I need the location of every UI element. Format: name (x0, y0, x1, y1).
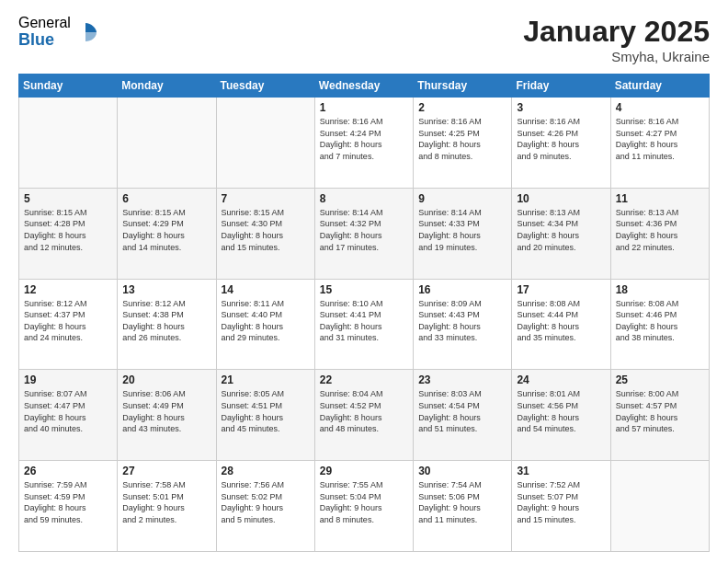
day-info: Sunrise: 8:05 AM Sunset: 4:51 PM Dayligh… (222, 388, 310, 434)
day-info: Sunrise: 8:15 AM Sunset: 4:30 PM Dayligh… (222, 207, 310, 253)
calendar-cell: 1Sunrise: 8:16 AM Sunset: 4:24 PM Daylig… (314, 98, 413, 189)
day-number: 21 (222, 373, 310, 386)
header-monday: Monday (118, 75, 216, 98)
day-number: 19 (24, 373, 112, 386)
logo-text: General Blue (18, 15, 71, 49)
day-info: Sunrise: 8:10 AM Sunset: 4:41 PM Dayligh… (320, 298, 408, 344)
calendar-cell: 4Sunrise: 8:16 AM Sunset: 4:27 PM Daylig… (610, 98, 709, 189)
calendar-cell: 13Sunrise: 8:12 AM Sunset: 4:38 PM Dayli… (118, 279, 216, 370)
calendar: Sunday Monday Tuesday Wednesday Thursday… (18, 74, 710, 552)
day-info: Sunrise: 8:14 AM Sunset: 4:32 PM Dayligh… (320, 207, 408, 253)
header-thursday: Thursday (414, 75, 512, 98)
calendar-cell: 25Sunrise: 8:00 AM Sunset: 4:57 PM Dayli… (610, 370, 709, 461)
day-info: Sunrise: 8:07 AM Sunset: 4:47 PM Dayligh… (24, 388, 112, 434)
header-wednesday: Wednesday (314, 75, 413, 98)
day-info: Sunrise: 8:08 AM Sunset: 4:46 PM Dayligh… (616, 298, 704, 344)
calendar-cell: 9Sunrise: 8:14 AM Sunset: 4:33 PM Daylig… (414, 188, 512, 279)
calendar-cell: 20Sunrise: 8:06 AM Sunset: 4:49 PM Dayli… (118, 370, 216, 461)
day-info: Sunrise: 8:06 AM Sunset: 4:49 PM Dayligh… (122, 388, 210, 434)
day-number: 31 (517, 465, 605, 477)
day-info: Sunrise: 8:16 AM Sunset: 4:27 PM Dayligh… (616, 116, 704, 162)
calendar-cell: 22Sunrise: 8:04 AM Sunset: 4:52 PM Dayli… (314, 370, 413, 461)
calendar-cell (19, 98, 118, 189)
day-number: 17 (517, 283, 605, 296)
day-number: 2 (418, 101, 506, 114)
day-number: 8 (320, 192, 408, 205)
day-number: 28 (222, 465, 310, 477)
header-sunday: Sunday (19, 75, 118, 98)
day-info: Sunrise: 8:13 AM Sunset: 4:34 PM Dayligh… (517, 207, 605, 253)
day-info: Sunrise: 8:15 AM Sunset: 4:29 PM Dayligh… (122, 207, 210, 253)
calendar-cell: 16Sunrise: 8:09 AM Sunset: 4:43 PM Dayli… (414, 279, 512, 370)
month-title: January 2025 (523, 15, 710, 49)
day-info: Sunrise: 8:16 AM Sunset: 4:24 PM Dayligh… (320, 116, 408, 162)
day-number: 20 (122, 373, 210, 386)
day-number: 14 (222, 283, 310, 296)
calendar-cell (610, 461, 709, 552)
day-info: Sunrise: 8:11 AM Sunset: 4:40 PM Dayligh… (222, 298, 310, 344)
day-number: 4 (616, 101, 704, 114)
day-info: Sunrise: 7:59 AM Sunset: 4:59 PM Dayligh… (24, 479, 112, 525)
day-number: 1 (320, 101, 408, 114)
calendar-cell (118, 98, 216, 189)
calendar-cell: 24Sunrise: 8:01 AM Sunset: 4:56 PM Dayli… (512, 370, 610, 461)
day-number: 10 (517, 192, 605, 205)
calendar-cell: 18Sunrise: 8:08 AM Sunset: 4:46 PM Dayli… (610, 279, 709, 370)
day-info: Sunrise: 8:01 AM Sunset: 4:56 PM Dayligh… (517, 388, 605, 434)
calendar-cell: 12Sunrise: 8:12 AM Sunset: 4:37 PM Dayli… (19, 279, 118, 370)
day-number: 7 (222, 192, 310, 205)
week-row-4: 26Sunrise: 7:59 AM Sunset: 4:59 PM Dayli… (19, 461, 710, 552)
calendar-cell: 2Sunrise: 8:16 AM Sunset: 4:25 PM Daylig… (414, 98, 512, 189)
title-block: January 2025 Smyha, Ukraine (523, 15, 710, 64)
day-info: Sunrise: 7:56 AM Sunset: 5:02 PM Dayligh… (222, 479, 310, 525)
logo-icon (73, 19, 98, 45)
day-number: 27 (122, 465, 210, 477)
day-number: 22 (320, 373, 408, 386)
calendar-cell: 3Sunrise: 8:16 AM Sunset: 4:26 PM Daylig… (512, 98, 610, 189)
header-friday: Friday (512, 75, 610, 98)
day-info: Sunrise: 7:55 AM Sunset: 5:04 PM Dayligh… (320, 479, 408, 525)
week-row-2: 12Sunrise: 8:12 AM Sunset: 4:37 PM Dayli… (19, 279, 710, 370)
week-row-0: 1Sunrise: 8:16 AM Sunset: 4:24 PM Daylig… (19, 98, 710, 189)
day-info: Sunrise: 8:03 AM Sunset: 4:54 PM Dayligh… (418, 388, 506, 434)
calendar-cell: 21Sunrise: 8:05 AM Sunset: 4:51 PM Dayli… (216, 370, 314, 461)
day-info: Sunrise: 8:09 AM Sunset: 4:43 PM Dayligh… (418, 298, 506, 344)
day-info: Sunrise: 8:16 AM Sunset: 4:26 PM Dayligh… (517, 116, 605, 162)
day-number: 11 (616, 192, 704, 205)
day-number: 12 (24, 283, 112, 296)
location: Smyha, Ukraine (523, 49, 710, 64)
calendar-cell: 19Sunrise: 8:07 AM Sunset: 4:47 PM Dayli… (19, 370, 118, 461)
calendar-cell: 10Sunrise: 8:13 AM Sunset: 4:34 PM Dayli… (512, 188, 610, 279)
day-info: Sunrise: 7:54 AM Sunset: 5:06 PM Dayligh… (418, 479, 506, 525)
day-number: 13 (122, 283, 210, 296)
week-row-3: 19Sunrise: 8:07 AM Sunset: 4:47 PM Dayli… (19, 370, 710, 461)
day-number: 16 (418, 283, 506, 296)
calendar-cell: 5Sunrise: 8:15 AM Sunset: 4:28 PM Daylig… (19, 188, 118, 279)
calendar-cell: 29Sunrise: 7:55 AM Sunset: 5:04 PM Dayli… (314, 461, 413, 552)
calendar-cell: 30Sunrise: 7:54 AM Sunset: 5:06 PM Dayli… (414, 461, 512, 552)
calendar-cell: 7Sunrise: 8:15 AM Sunset: 4:30 PM Daylig… (216, 188, 314, 279)
calendar-cell: 27Sunrise: 7:58 AM Sunset: 5:01 PM Dayli… (118, 461, 216, 552)
header-saturday: Saturday (610, 75, 709, 98)
day-info: Sunrise: 8:16 AM Sunset: 4:25 PM Dayligh… (418, 116, 506, 162)
calendar-cell: 6Sunrise: 8:15 AM Sunset: 4:29 PM Daylig… (118, 188, 216, 279)
day-number: 9 (418, 192, 506, 205)
day-info: Sunrise: 7:52 AM Sunset: 5:07 PM Dayligh… (517, 479, 605, 525)
header-tuesday: Tuesday (216, 75, 314, 98)
day-number: 15 (320, 283, 408, 296)
day-info: Sunrise: 8:13 AM Sunset: 4:36 PM Dayligh… (616, 207, 704, 253)
day-info: Sunrise: 7:58 AM Sunset: 5:01 PM Dayligh… (122, 479, 210, 525)
calendar-cell: 8Sunrise: 8:14 AM Sunset: 4:32 PM Daylig… (314, 188, 413, 279)
calendar-cell: 17Sunrise: 8:08 AM Sunset: 4:44 PM Dayli… (512, 279, 610, 370)
day-info: Sunrise: 8:12 AM Sunset: 4:38 PM Dayligh… (122, 298, 210, 344)
header: General Blue January 2025 Smyha, Ukraine (18, 15, 710, 64)
weekday-header-row: Sunday Monday Tuesday Wednesday Thursday… (19, 75, 710, 98)
week-row-1: 5Sunrise: 8:15 AM Sunset: 4:28 PM Daylig… (19, 188, 710, 279)
calendar-cell (216, 98, 314, 189)
day-number: 29 (320, 465, 408, 477)
calendar-cell: 15Sunrise: 8:10 AM Sunset: 4:41 PM Dayli… (314, 279, 413, 370)
page: General Blue January 2025 Smyha, Ukraine… (0, 0, 728, 563)
logo-blue: Blue (18, 31, 71, 50)
day-info: Sunrise: 8:15 AM Sunset: 4:28 PM Dayligh… (24, 207, 112, 253)
day-info: Sunrise: 8:14 AM Sunset: 4:33 PM Dayligh… (418, 207, 506, 253)
